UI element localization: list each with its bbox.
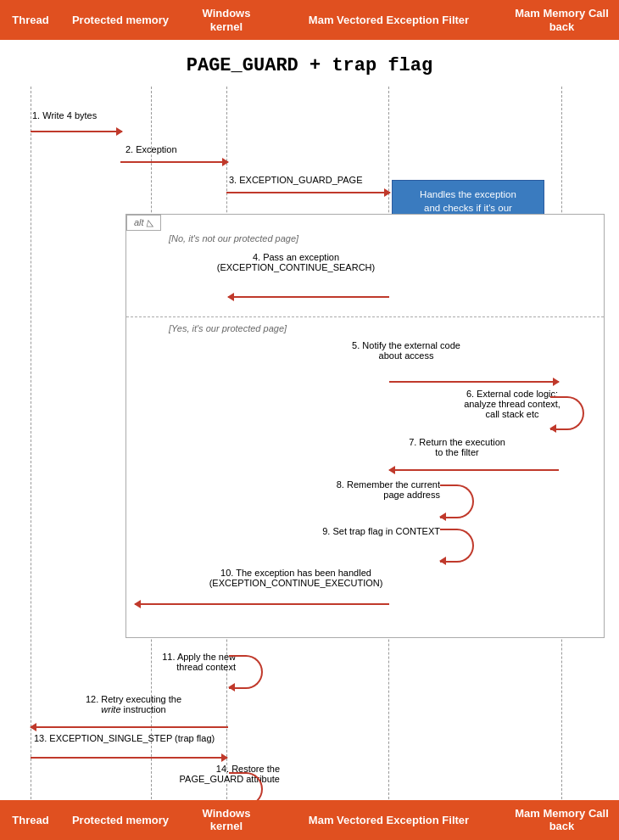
label-step2: 2. Exception bbox=[125, 144, 177, 154]
label-step10: 10. The exception has been handled(EXCEP… bbox=[135, 568, 457, 588]
self-loop-step8 bbox=[440, 484, 474, 518]
self-loop-step11 bbox=[229, 655, 263, 689]
alt-box: alt ◺ [No, it's not our protected page] … bbox=[125, 214, 605, 638]
header-thread: Thread bbox=[0, 0, 61, 40]
label-step12: 12. Retry executing thewrite instruction bbox=[34, 694, 233, 714]
label-step13: 13. EXCEPTION_SINGLE_STEP (trap flag) bbox=[34, 733, 215, 743]
arrow-step5 bbox=[389, 381, 559, 383]
condition-yes: [Yes, it's our protected page] bbox=[169, 323, 287, 333]
label-step7: 7. Return the executionto the filter bbox=[364, 437, 550, 457]
label-step1: 1. Write 4 bytes bbox=[32, 110, 97, 120]
header-kernel: Windows kernel bbox=[180, 0, 273, 40]
arrow-step7 bbox=[389, 469, 559, 471]
diagram-area: 1. Write 4 bytes 2. Exception 3. EXCEPTI… bbox=[0, 87, 619, 816]
footer-protected: Protected memory bbox=[61, 800, 180, 840]
footer-bar: Thread Protected memory Windows kernel M… bbox=[0, 800, 619, 840]
self-loop-step9 bbox=[440, 529, 474, 563]
label-step11: 11. Apply the newthread context bbox=[125, 652, 236, 672]
header-filter: Mam Vectored Exception Filter bbox=[273, 0, 505, 40]
label-step4: 4. Pass an exception(EXCEPTION_CONTINUE_… bbox=[169, 252, 423, 272]
header-bar: Thread Protected memory Windows kernel M… bbox=[0, 0, 619, 40]
footer-kernel: Windows kernel bbox=[180, 800, 273, 840]
condition-no: [No, it's not our protected page] bbox=[169, 233, 298, 244]
self-loop-step6 bbox=[550, 396, 584, 430]
header-protected: Protected memory bbox=[61, 0, 180, 40]
page-title: PAGE_GUARD + trap flag bbox=[0, 40, 619, 87]
label-step3: 3. EXCEPTION_GUARD_PAGE bbox=[229, 175, 363, 185]
arrow-step1 bbox=[31, 131, 122, 132]
arrow-step3 bbox=[226, 192, 390, 193]
footer-filter: Mam Vectored Exception Filter bbox=[273, 800, 505, 840]
arrow-step12 bbox=[31, 726, 228, 728]
arrow-step2 bbox=[120, 161, 228, 163]
footer-thread: Thread bbox=[0, 800, 61, 840]
arrow-step13 bbox=[31, 757, 227, 759]
label-step9: 9. Set trap flag in CONTEXT bbox=[292, 526, 440, 536]
vline-thread bbox=[31, 87, 31, 816]
alt-divider bbox=[126, 316, 604, 317]
label-step8: 8. Remember the currentpage address bbox=[304, 479, 440, 500]
header-callback: Mam Memory Call back bbox=[505, 0, 619, 40]
arrow-step10 bbox=[135, 603, 389, 605]
label-step5: 5. Notify the external codeabout access bbox=[296, 340, 516, 361]
arrow-step4 bbox=[228, 296, 389, 298]
alt-tag: alt ◺ bbox=[126, 215, 161, 231]
footer-callback: Mam Memory Call back bbox=[505, 800, 619, 840]
